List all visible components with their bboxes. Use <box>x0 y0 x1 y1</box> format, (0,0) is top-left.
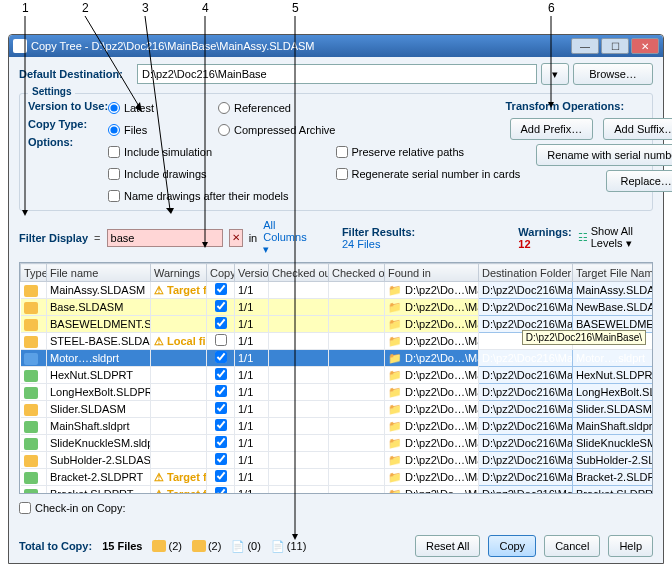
cell-filename: Base.SLDASM <box>47 299 151 316</box>
copy-checkbox[interactable] <box>215 351 227 363</box>
table-row[interactable]: MainShaft.sldprt1/1📁 D:\pz2\Do…\MainBase… <box>21 418 654 435</box>
radio-files[interactable]: Files <box>108 122 218 138</box>
cell-target[interactable]: HexNut.SLDPRT <box>573 367 654 384</box>
copy-checkbox[interactable] <box>215 470 227 482</box>
cell-dest[interactable]: D:\pz2\Doc216\Main… <box>479 435 573 452</box>
cell-warning: ⚠ Target file alre… <box>151 282 207 299</box>
maximize-button[interactable]: ☐ <box>601 38 629 54</box>
filter-results-link[interactable]: 24 Files <box>342 238 415 250</box>
filter-display-label: Filter Display <box>19 232 88 244</box>
cell-dest[interactable]: D:\pz2\Doc216\Main… <box>479 367 573 384</box>
table-row[interactable]: Bracket.SLDPRT⚠ Target file alre…1/1📁 D:… <box>21 486 654 495</box>
cell-dest[interactable]: D:\pz2\Doc216\Main… <box>479 452 573 469</box>
dest-dropdown[interactable]: ▾ <box>541 63 569 85</box>
cell-found: 📁 D:\pz2\Do…\MainBase <box>385 418 479 435</box>
add-suffix-button[interactable]: Add Suffix… <box>603 118 672 140</box>
close-button[interactable]: ✕ <box>631 38 659 54</box>
radio-compressed[interactable]: Compressed Archive <box>218 122 336 138</box>
copy-button[interactable]: Copy <box>488 535 536 557</box>
copy-checkbox[interactable] <box>215 334 227 346</box>
replace-button[interactable]: Replace… <box>606 170 672 192</box>
copy-checkbox[interactable] <box>215 368 227 380</box>
browse-button[interactable]: Browse… <box>573 63 653 85</box>
col-warnings[interactable]: Warnings <box>151 264 207 282</box>
copy-checkbox[interactable] <box>215 317 227 329</box>
copy-checkbox[interactable] <box>215 300 227 312</box>
filter-input[interactable] <box>107 229 223 247</box>
cell-target[interactable]: SlideKnuckleSM.sl… <box>573 435 654 452</box>
chk-include-drawings[interactable]: Include drawings <box>108 166 218 182</box>
col-version[interactable]: Version <box>235 264 269 282</box>
cell-dest[interactable]: D:\pz2\Doc216\Main… <box>479 350 573 367</box>
cell-dest[interactable]: D:\pz2\Doc216\Main… <box>479 486 573 495</box>
chk-regen-serial[interactable]: Regenerate serial number in cards <box>336 166 506 182</box>
cell-dest[interactable]: D:\pz2\Doc216\Main… <box>479 299 573 316</box>
rename-serial-button[interactable]: Rename with serial number… <box>536 144 672 166</box>
chk-name-drawings[interactable]: Name drawings after their models <box>108 188 218 204</box>
cell-dest[interactable]: D:\pz2\Doc216\Main… <box>479 418 573 435</box>
radio-referenced[interactable]: Referenced <box>218 100 336 116</box>
chk-include-simulation[interactable]: Include simulation <box>108 144 218 160</box>
titlebar[interactable]: Copy Tree - D:\pz2\Doc216\MainBase\MainA… <box>9 35 663 57</box>
col-target[interactable]: Target File Name <box>573 264 654 282</box>
tree-icon: ☷ <box>578 231 588 244</box>
copy-checkbox[interactable] <box>215 453 227 465</box>
file-table[interactable]: Type File name Warnings Copy Version Che… <box>19 262 653 494</box>
col-copy[interactable]: Copy <box>207 264 235 282</box>
cell-target[interactable]: Motor….sldprt <box>573 350 654 367</box>
table-row[interactable]: LongHexBolt.SLDPRT1/1📁 D:\pz2\Do…\MainBa… <box>21 384 654 401</box>
cell-target[interactable]: Bracket.SLDPRT <box>573 486 654 495</box>
cell-target[interactable]: SubHolder-2.SLD… <box>573 452 654 469</box>
cell-target[interactable]: MainAssy.SLDASM <box>573 282 654 299</box>
cell-target[interactable]: NewBase.SLDASM <box>573 299 654 316</box>
warnings-count[interactable]: 12 <box>518 238 571 250</box>
filter-clear-button[interactable]: ✕ <box>229 229 243 247</box>
col-filename[interactable]: File name <box>47 264 151 282</box>
cell-found: 📁 D:\pz2\Do…\MainBase <box>385 316 479 333</box>
chk-preserve-paths[interactable]: Preserve relative paths <box>336 144 506 160</box>
cell-target[interactable]: Slider.SLDASM <box>573 401 654 418</box>
cell-target[interactable]: LongHexBolt.SLD… <box>573 384 654 401</box>
copy-checkbox[interactable] <box>215 283 227 295</box>
checkin-checkbox[interactable] <box>19 502 31 514</box>
copy-checkbox[interactable] <box>215 436 227 448</box>
col-type[interactable]: Type <box>21 264 47 282</box>
table-row[interactable]: Bracket-2.SLDPRT⚠ Target file alre…1/1📁 … <box>21 469 654 486</box>
cell-filename: HexNut.SLDPRT <box>47 367 151 384</box>
cell-target[interactable]: Bracket-2.SLDPRT <box>573 469 654 486</box>
cell-warning <box>151 418 207 435</box>
copy-checkbox[interactable] <box>215 402 227 414</box>
help-button[interactable]: Help <box>608 535 653 557</box>
table-row[interactable]: SlideKnuckleSM.sldprt1/1📁 D:\pz2\Do…\Mai… <box>21 435 654 452</box>
col-coby[interactable]: Checked out by <box>269 264 329 282</box>
col-found[interactable]: Found in <box>385 264 479 282</box>
copy-checkbox[interactable] <box>215 385 227 397</box>
cancel-button[interactable]: Cancel <box>544 535 600 557</box>
cell-dest[interactable]: D:\pz2\Doc216\Main… <box>479 282 573 299</box>
table-row[interactable]: HexNut.SLDPRT1/1📁 D:\pz2\Do…\MainBaseD:\… <box>21 367 654 384</box>
table-row[interactable]: SubHolder-2.SLDASM1/1📁 D:\pz2\Do…\MainBa… <box>21 452 654 469</box>
cell-target[interactable]: MainShaft.sldprt <box>573 418 654 435</box>
minimize-button[interactable]: — <box>571 38 599 54</box>
filter-columns-dropdown[interactable]: All Columns ▾ <box>263 219 314 256</box>
cell-dest[interactable]: D:\pz2\Doc216\Main… <box>479 469 573 486</box>
cell-dest[interactable]: D:\pz2\Doc216\Main… <box>479 384 573 401</box>
cell-warning <box>151 350 207 367</box>
default-dest-input[interactable] <box>137 64 537 84</box>
filter-eq: = <box>94 232 100 244</box>
col-coin[interactable]: Checked out in <box>329 264 385 282</box>
copy-checkbox[interactable] <box>215 487 227 494</box>
table-row[interactable]: Base.SLDASM1/1📁 D:\pz2\Do…\MainBaseD:\pz… <box>21 299 654 316</box>
table-row[interactable]: MainAssy.SLDASM⚠ Target file alre…1/1📁 D… <box>21 282 654 299</box>
col-dest[interactable]: Destination Folder Path <box>479 264 573 282</box>
cell-warning <box>151 401 207 418</box>
copy-checkbox[interactable] <box>215 419 227 431</box>
cell-found: 📁 D:\pz2\Do…\MainBase <box>385 469 479 486</box>
table-row[interactable]: Slider.SLDASM1/1📁 D:\pz2\Do…\MainBaseD:\… <box>21 401 654 418</box>
table-row[interactable]: Motor….sldprt1/1📁 D:\pz2\Do…\MainBaseD:\… <box>21 350 654 367</box>
reset-all-button[interactable]: Reset All <box>415 535 480 557</box>
add-prefix-button[interactable]: Add Prefix… <box>510 118 594 140</box>
show-levels-dropdown[interactable]: ☷ Show All Levels ▾ <box>578 225 653 250</box>
radio-latest[interactable]: Latest <box>108 100 218 116</box>
cell-dest[interactable]: D:\pz2\Doc216\Main… <box>479 401 573 418</box>
